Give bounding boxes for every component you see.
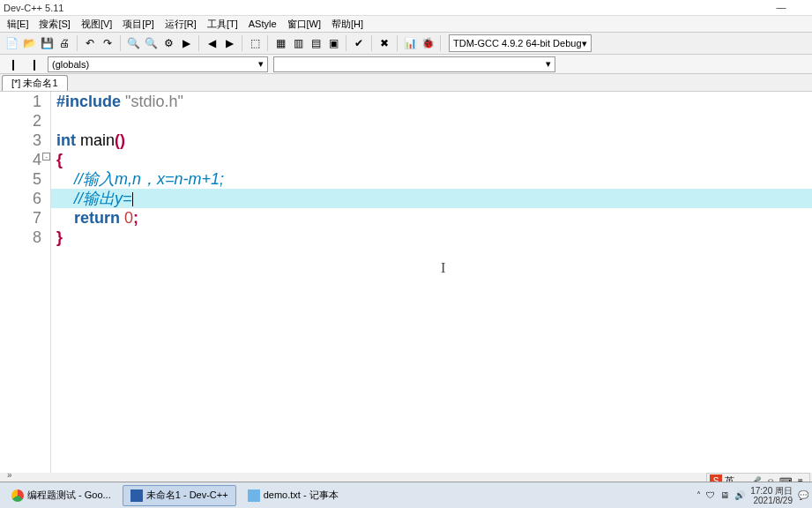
tray-action-icon[interactable]: 💬 — [798, 490, 808, 500]
menu-view[interactable]: 视图[V] — [76, 18, 117, 31]
func-bar2-button[interactable]: ❙ — [26, 56, 42, 72]
shield-button[interactable]: ⬚ — [247, 35, 263, 51]
compiler-selector[interactable]: TDM-GCC 4.9.2 64-bit Debug ▾ — [449, 34, 592, 52]
chevron-down-icon: ▾ — [258, 58, 264, 70]
toolbar-separator — [440, 35, 441, 51]
menu-help[interactable]: 帮助[H] — [326, 18, 369, 31]
clock-time: 17:20 周日 — [750, 486, 793, 496]
chart-button[interactable]: 📊 — [402, 35, 418, 51]
code-line[interactable]: //输出y= — [51, 189, 812, 208]
code-line[interactable]: } — [51, 228, 812, 247]
run-button[interactable]: ▶ — [178, 35, 194, 51]
code-line[interactable]: #include "stdio.h" — [51, 92, 812, 111]
toolbar-separator — [397, 35, 398, 51]
toolbar-separator — [120, 35, 121, 51]
chevron-down-icon: ▾ — [546, 58, 551, 70]
title-bar: Dev-C++ 5.11 — — [0, 0, 812, 16]
menu-bar: 辑[E] 搜索[S] 视图[V] 项目[P] 运行[R] 工具[T] AStyl… — [0, 16, 812, 32]
code-editor[interactable]: 1234-5678 #include "stdio.h"int main(){ … — [0, 92, 812, 473]
task-label: 编程题测试 - Goo... — [27, 489, 111, 502]
main-toolbar: 📄 📂 💾 🖨 ↶ ↷ 🔍 🔍 ⚙ ▶ ◀ ▶ ⬚ ▦ ▥ ▤ ▣ ✔ ✖ 📊 … — [0, 32, 812, 55]
code-line[interactable]: return 0; — [51, 208, 812, 228]
menu-run[interactable]: 运行[R] — [160, 18, 202, 31]
close-x-button[interactable]: ✖ — [376, 35, 392, 51]
task-devcpp[interactable]: 未命名1 - Dev-C++ — [123, 485, 236, 506]
chevron-down-icon: ▾ — [582, 38, 587, 49]
line-number: 1 — [0, 92, 41, 111]
save-button[interactable]: 💾 — [39, 35, 55, 51]
chrome-icon — [11, 489, 24, 502]
print-button[interactable]: 🖨 — [56, 35, 72, 51]
redo-button[interactable]: ↷ — [100, 35, 115, 51]
code-line[interactable]: //输入m,n，x=n-m+1; — [51, 169, 812, 189]
code-line[interactable] — [51, 111, 812, 131]
window-title: Dev-C++ 5.11 — [4, 3, 63, 13]
taskbar: 编程题测试 - Goo... 未命名1 - Dev-C++ demo.txt -… — [0, 482, 812, 508]
globals-selector-label: (globals) — [52, 59, 89, 70]
menu-window[interactable]: 窗口[W] — [282, 18, 327, 31]
tray-vol-icon[interactable]: 🔊 — [734, 490, 745, 500]
new-file-button[interactable]: 📄 — [4, 35, 19, 51]
undo-button[interactable]: ↶ — [82, 35, 98, 51]
code-line[interactable]: { — [51, 150, 812, 169]
menu-search[interactable]: 搜索[S] — [34, 18, 75, 31]
file-tab-label: [*] 未命名1 — [11, 77, 58, 90]
find-button[interactable]: 🔍 — [125, 35, 141, 51]
panel-chevron[interactable]: » — [7, 470, 12, 480]
line-number: 8 — [0, 228, 41, 247]
tray-up-icon[interactable]: ˄ — [697, 490, 701, 500]
code-line[interactable]: int main() — [51, 131, 812, 150]
notepad-icon — [248, 489, 260, 502]
tray-safe-icon[interactable]: 🛡 — [706, 490, 715, 500]
menu-edit[interactable]: 辑[E] — [2, 18, 34, 31]
editor-tabs: [*] 未命名1 — [0, 74, 812, 92]
task-chrome[interactable]: 编程题测试 - Goo... — [4, 485, 119, 506]
menu-tools[interactable]: 工具[T] — [202, 18, 243, 31]
open-file-button[interactable]: 📂 — [21, 35, 37, 51]
line-number: 2 — [0, 111, 41, 131]
line-number: 6 — [0, 189, 41, 208]
grid4-button[interactable]: ▣ — [325, 35, 341, 51]
grid3-button[interactable]: ▤ — [308, 35, 324, 51]
text-cursor-icon: I — [441, 260, 445, 276]
compiler-selector-label: TDM-GCC 4.9.2 64-bit Debug — [453, 38, 582, 49]
find2-button[interactable]: 🔍 — [143, 35, 159, 51]
toolbar-separator — [242, 35, 242, 51]
code-area[interactable]: #include "stdio.h"int main(){ //输入m,n，x=… — [51, 92, 812, 473]
toolbar-separator — [267, 35, 268, 51]
task-label: 未命名1 - Dev-C++ — [146, 489, 228, 502]
toolbar-separator — [371, 35, 372, 51]
grid1-button[interactable]: ▦ — [272, 35, 288, 51]
sub-toolbar: ❙ ❙ (globals) ▾ ▾ — [0, 55, 812, 74]
text-caret — [132, 192, 133, 206]
taskbar-clock[interactable]: 17:20 周日 2021/8/29 — [750, 486, 793, 505]
symbol-selector[interactable]: ▾ — [273, 56, 555, 72]
toolbar-separator — [198, 35, 199, 51]
tray-net-icon[interactable]: 🖥 — [720, 490, 729, 500]
check-button[interactable]: ✔ — [351, 35, 367, 51]
task-notepad[interactable]: demo.txt - 记事本 — [240, 485, 346, 506]
minimize-button[interactable]: — — [772, 2, 790, 12]
nav-right-button[interactable]: ▶ — [221, 35, 237, 51]
task-label: demo.txt - 记事本 — [264, 489, 339, 502]
menu-project[interactable]: 项目[P] — [117, 18, 159, 31]
line-number: 7 — [0, 208, 41, 228]
file-tab[interactable]: [*] 未命名1 — [2, 75, 68, 91]
grid2-button[interactable]: ▥ — [290, 35, 306, 51]
line-number: 3 — [0, 131, 41, 150]
compile-button[interactable]: ⚙ — [160, 35, 176, 51]
devcpp-icon — [130, 489, 143, 502]
globals-selector[interactable]: (globals) ▾ — [48, 56, 268, 72]
toolbar-separator — [77, 35, 78, 51]
system-tray: ˄ 🛡 🖥 🔊 17:20 周日 2021/8/29 💬 — [697, 486, 808, 505]
line-number: 5 — [0, 169, 41, 189]
line-number: 4- — [0, 150, 41, 169]
debug-button[interactable]: 🐞 — [420, 35, 436, 51]
menu-astyle[interactable]: AStyle — [243, 19, 282, 29]
toolbar-separator — [346, 35, 346, 51]
line-gutter: 1234-5678 — [0, 92, 51, 473]
nav-left-button[interactable]: ◀ — [204, 35, 220, 51]
fold-marker[interactable]: - — [42, 153, 50, 161]
func-bar1-button[interactable]: ❙ — [5, 56, 21, 72]
clock-date: 2021/8/29 — [750, 496, 793, 505]
